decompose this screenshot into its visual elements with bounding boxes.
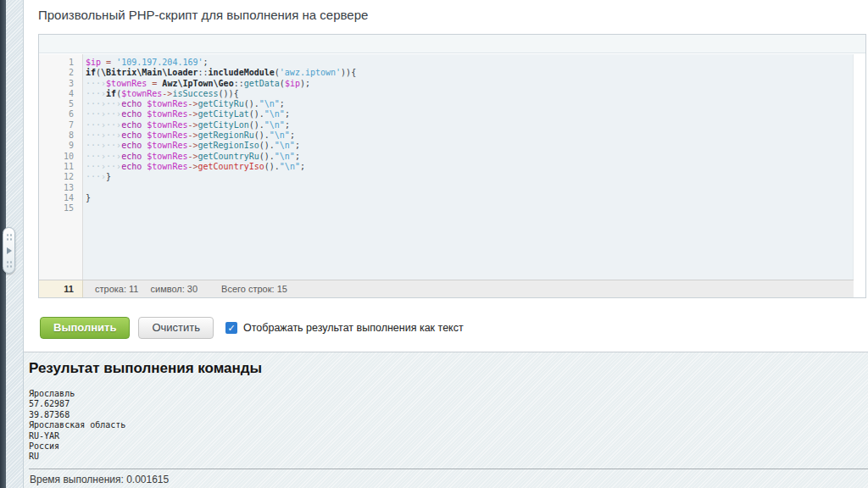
line-number: 3 [39,79,74,89]
show-as-text-checkbox[interactable]: ✓ [225,322,237,334]
line-number: 7 [39,120,74,130]
line-number: 10 [39,152,74,162]
code-line[interactable]: ···›··›echo $townRes->getCityLat()."\n"; [86,109,853,119]
code-line[interactable]: $ip = '109.197.204.169'; [86,58,853,68]
line-number: 14 [39,193,74,203]
php-console-box: 123456789101112131415 $ip = '109.197.204… [38,34,866,298]
result-output: Ярославль 57.62987 39.87368 Ярославская … [29,389,868,463]
line-number: 5 [39,99,74,109]
main-content: Произвольный PHP-скрипт для выполнения н… [24,0,868,488]
clear-button[interactable]: Очистить [138,317,214,339]
result-heading: Результат выполнения команды [29,360,868,377]
code-line[interactable] [86,203,853,214]
status-bar: 11 строка: 11 символ: 30 Всего строк: 15 [39,280,854,297]
code-line[interactable]: if(\Bitrix\Main\Loader::includeModule('a… [86,68,853,78]
execution-time: Время выполнения: 0.001615 [29,469,868,485]
code-line[interactable] [86,183,853,193]
line-number: 9 [39,141,74,151]
action-row: Выполнить Очистить ✓ Отображать результа… [40,317,464,339]
code-line[interactable]: ···›··›echo $townRes->getCityRu()."\n"; [86,99,853,109]
status-total-lines: Всего строк: 15 [221,284,287,294]
status-char: символ: 30 [150,284,198,294]
code-line[interactable]: ···›··›echo $townRes->getCountryIso()."\… [86,162,853,172]
code-line[interactable]: ···›} [86,172,853,182]
code-line[interactable]: ···›··›echo $townRes->getCountryRu()."\n… [86,152,853,162]
line-number: 12 [39,172,74,182]
code-area[interactable]: $ip = '109.197.204.169';if(\Bitrix\Main\… [83,54,853,280]
code-line[interactable]: ···›$townRes = Awz\IpTown\Geo::getData($… [86,79,853,89]
line-number: 2 [39,68,74,78]
expand-arrow-icon [7,247,12,254]
line-number: 4 [39,89,74,99]
menu-expand-handle[interactable] [3,227,15,274]
line-number: 6 [39,109,74,119]
result-section: Результат выполнения команды Ярославль 5… [24,352,868,488]
code-line[interactable]: ···›··›echo $townRes->getCityLon()."\n"; [86,120,853,130]
check-icon: ✓ [227,323,235,333]
php-editor: 123456789101112131415 $ip = '109.197.204… [39,54,854,280]
status-line: строка: 11 [95,284,138,294]
grip-dots-icon [6,260,13,269]
page-title: Произвольный PHP-скрипт для выполнения н… [38,8,868,22]
editor-gutter: 123456789101112131415 [39,54,83,280]
cursor-line-badge: 11 [39,280,83,297]
line-number: 8 [39,130,74,141]
code-line[interactable]: ···›··›echo $townRes->getRegionIso()."\n… [86,141,853,151]
code-line[interactable]: ···›if($townRes->isSuccess()){ [86,89,853,99]
line-number: 13 [39,183,74,193]
run-button[interactable]: Выполнить [40,317,130,339]
grip-dots-icon [6,233,13,241]
line-number: 11 [39,162,74,172]
line-number: 15 [39,203,74,214]
code-line[interactable]: } [86,193,853,203]
checkbox-label: Отображать результат выполнения как текс… [243,322,464,334]
editor-toolbar [39,35,865,53]
code-line[interactable]: ···›··›echo $townRes->getRegionRu()."\n"… [86,130,853,141]
line-number: 1 [39,58,74,68]
